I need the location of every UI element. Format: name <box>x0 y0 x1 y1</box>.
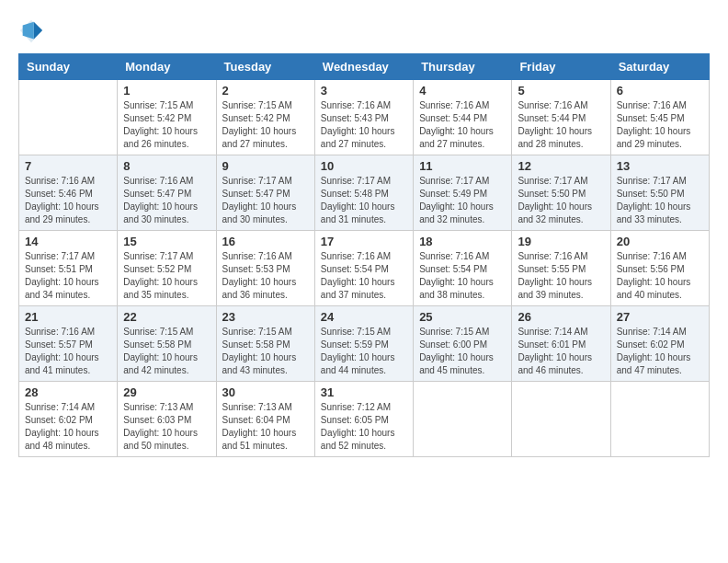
day-number: 9 <box>222 159 309 173</box>
calendar-cell: 29Sunrise: 7:13 AMSunset: 6:03 PMDayligh… <box>118 382 216 457</box>
day-info: Sunrise: 7:15 AMSunset: 5:42 PMDaylight:… <box>123 99 210 151</box>
day-number: 25 <box>419 310 506 324</box>
column-header-sunday: Sunday <box>19 54 118 80</box>
day-info: Sunrise: 7:15 AMSunset: 5:58 PMDaylight:… <box>123 326 210 377</box>
day-number: 24 <box>321 310 407 324</box>
day-number: 15 <box>123 235 210 248</box>
day-info: Sunrise: 7:15 AMSunset: 5:58 PMDaylight:… <box>222 326 309 377</box>
calendar-cell: 26Sunrise: 7:14 AMSunset: 6:01 PMDayligh… <box>512 306 610 382</box>
day-info: Sunrise: 7:16 AMSunset: 5:44 PMDaylight:… <box>518 99 604 151</box>
calendar-cell: 8Sunrise: 7:16 AMSunset: 5:47 PMDaylight… <box>118 155 216 231</box>
calendar-cell <box>19 80 118 155</box>
column-header-monday: Monday <box>118 54 216 80</box>
calendar-cell: 19Sunrise: 7:16 AMSunset: 5:55 PMDayligh… <box>512 231 610 306</box>
day-info: Sunrise: 7:14 AMSunset: 6:01 PMDaylight:… <box>518 326 604 377</box>
page-header <box>18 18 710 44</box>
calendar-cell <box>414 382 512 457</box>
calendar-week-row: 21Sunrise: 7:16 AMSunset: 5:57 PMDayligh… <box>19 306 710 382</box>
day-info: Sunrise: 7:17 AMSunset: 5:50 PMDaylight:… <box>617 175 703 226</box>
calendar-week-row: 1Sunrise: 7:15 AMSunset: 5:42 PMDaylight… <box>19 80 710 155</box>
day-number: 8 <box>123 159 210 173</box>
day-number: 18 <box>419 235 506 248</box>
day-info: Sunrise: 7:17 AMSunset: 5:50 PMDaylight:… <box>518 175 604 226</box>
calendar-cell: 1Sunrise: 7:15 AMSunset: 5:42 PMDaylight… <box>118 80 216 155</box>
calendar-cell: 10Sunrise: 7:17 AMSunset: 5:48 PMDayligh… <box>314 155 413 231</box>
day-number: 7 <box>25 159 111 173</box>
calendar-cell: 30Sunrise: 7:13 AMSunset: 6:04 PMDayligh… <box>216 382 314 457</box>
day-info: Sunrise: 7:16 AMSunset: 5:47 PMDaylight:… <box>123 175 210 226</box>
day-number: 6 <box>617 84 703 98</box>
day-number: 22 <box>123 310 210 324</box>
day-number: 17 <box>321 235 407 248</box>
day-info: Sunrise: 7:16 AMSunset: 5:45 PMDaylight:… <box>617 99 703 151</box>
day-info: Sunrise: 7:16 AMSunset: 5:55 PMDaylight:… <box>518 250 604 302</box>
day-info: Sunrise: 7:13 AMSunset: 6:03 PMDaylight:… <box>123 401 210 453</box>
day-info: Sunrise: 7:16 AMSunset: 5:44 PMDaylight:… <box>419 99 506 151</box>
calendar-cell: 14Sunrise: 7:17 AMSunset: 5:51 PMDayligh… <box>19 231 118 306</box>
calendar-cell: 27Sunrise: 7:14 AMSunset: 6:02 PMDayligh… <box>610 306 709 382</box>
day-number: 2 <box>222 84 309 98</box>
column-header-thursday: Thursday <box>414 54 512 80</box>
calendar-cell: 11Sunrise: 7:17 AMSunset: 5:49 PMDayligh… <box>414 155 512 231</box>
calendar-cell: 5Sunrise: 7:16 AMSunset: 5:44 PMDaylight… <box>512 80 610 155</box>
calendar-cell: 2Sunrise: 7:15 AMSunset: 5:42 PMDaylight… <box>216 80 314 155</box>
day-number: 12 <box>518 159 604 173</box>
day-info: Sunrise: 7:17 AMSunset: 5:47 PMDaylight:… <box>222 175 309 226</box>
day-info: Sunrise: 7:16 AMSunset: 5:46 PMDaylight:… <box>25 175 111 226</box>
day-info: Sunrise: 7:16 AMSunset: 5:57 PMDaylight:… <box>25 326 111 377</box>
day-number: 19 <box>518 235 604 248</box>
calendar-cell: 13Sunrise: 7:17 AMSunset: 5:50 PMDayligh… <box>610 155 709 231</box>
day-info: Sunrise: 7:12 AMSunset: 6:05 PMDaylight:… <box>321 401 407 453</box>
day-number: 10 <box>321 159 407 173</box>
day-info: Sunrise: 7:15 AMSunset: 5:59 PMDaylight:… <box>321 326 407 377</box>
calendar-cell: 31Sunrise: 7:12 AMSunset: 6:05 PMDayligh… <box>314 382 413 457</box>
calendar-cell: 28Sunrise: 7:14 AMSunset: 6:02 PMDayligh… <box>19 382 118 457</box>
calendar-week-row: 28Sunrise: 7:14 AMSunset: 6:02 PMDayligh… <box>19 382 710 457</box>
calendar-cell: 22Sunrise: 7:15 AMSunset: 5:58 PMDayligh… <box>118 306 216 382</box>
day-number: 23 <box>222 310 309 324</box>
day-number: 13 <box>617 159 703 173</box>
column-header-friday: Friday <box>512 54 610 80</box>
day-info: Sunrise: 7:14 AMSunset: 6:02 PMDaylight:… <box>25 401 111 453</box>
day-number: 31 <box>321 385 407 399</box>
calendar-cell: 20Sunrise: 7:16 AMSunset: 5:56 PMDayligh… <box>610 231 709 306</box>
calendar-table: SundayMondayTuesdayWednesdayThursdayFrid… <box>18 53 710 457</box>
day-info: Sunrise: 7:16 AMSunset: 5:54 PMDaylight:… <box>321 250 407 302</box>
calendar-cell <box>610 382 709 457</box>
svg-marker-2 <box>23 22 34 40</box>
day-info: Sunrise: 7:15 AMSunset: 6:00 PMDaylight:… <box>419 326 506 377</box>
day-info: Sunrise: 7:13 AMSunset: 6:04 PMDaylight:… <box>222 401 309 453</box>
calendar-cell: 16Sunrise: 7:16 AMSunset: 5:53 PMDayligh… <box>216 231 314 306</box>
day-info: Sunrise: 7:17 AMSunset: 5:51 PMDaylight:… <box>25 250 111 302</box>
day-number: 1 <box>123 84 210 98</box>
calendar-cell: 15Sunrise: 7:17 AMSunset: 5:52 PMDayligh… <box>118 231 216 306</box>
logo-icon <box>18 18 44 44</box>
day-info: Sunrise: 7:14 AMSunset: 6:02 PMDaylight:… <box>617 326 703 377</box>
calendar-cell: 7Sunrise: 7:16 AMSunset: 5:46 PMDaylight… <box>19 155 118 231</box>
calendar-cell: 12Sunrise: 7:17 AMSunset: 5:50 PMDayligh… <box>512 155 610 231</box>
day-number: 14 <box>25 235 111 248</box>
calendar-cell <box>512 382 610 457</box>
day-number: 4 <box>419 84 506 98</box>
calendar-cell: 21Sunrise: 7:16 AMSunset: 5:57 PMDayligh… <box>19 306 118 382</box>
day-number: 3 <box>321 84 407 98</box>
day-info: Sunrise: 7:16 AMSunset: 5:56 PMDaylight:… <box>617 250 703 302</box>
day-number: 5 <box>518 84 604 98</box>
calendar-header-row: SundayMondayTuesdayWednesdayThursdayFrid… <box>19 54 710 80</box>
calendar-cell: 4Sunrise: 7:16 AMSunset: 5:44 PMDaylight… <box>414 80 512 155</box>
calendar-cell: 9Sunrise: 7:17 AMSunset: 5:47 PMDaylight… <box>216 155 314 231</box>
svg-marker-1 <box>34 22 42 40</box>
calendar-cell: 18Sunrise: 7:16 AMSunset: 5:54 PMDayligh… <box>414 231 512 306</box>
calendar-week-row: 7Sunrise: 7:16 AMSunset: 5:46 PMDaylight… <box>19 155 710 231</box>
calendar-cell: 24Sunrise: 7:15 AMSunset: 5:59 PMDayligh… <box>314 306 413 382</box>
day-number: 21 <box>25 310 111 324</box>
calendar-cell: 23Sunrise: 7:15 AMSunset: 5:58 PMDayligh… <box>216 306 314 382</box>
day-info: Sunrise: 7:15 AMSunset: 5:42 PMDaylight:… <box>222 99 309 151</box>
day-number: 27 <box>617 310 703 324</box>
column-header-wednesday: Wednesday <box>314 54 413 80</box>
day-number: 28 <box>25 385 111 399</box>
day-number: 11 <box>419 159 506 173</box>
day-info: Sunrise: 7:17 AMSunset: 5:52 PMDaylight:… <box>123 250 210 302</box>
day-info: Sunrise: 7:16 AMSunset: 5:54 PMDaylight:… <box>419 250 506 302</box>
calendar-cell: 17Sunrise: 7:16 AMSunset: 5:54 PMDayligh… <box>314 231 413 306</box>
